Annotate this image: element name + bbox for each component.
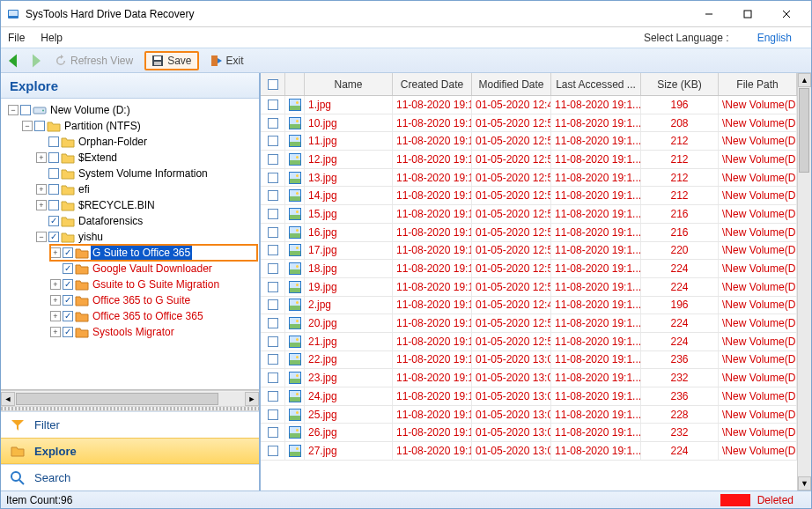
row-checkbox-cell[interactable] xyxy=(261,205,285,223)
expander-icon[interactable]: + xyxy=(50,279,61,290)
tree-node-root[interactable]: − New Volume (D:) xyxy=(8,102,257,118)
tree-node[interactable]: +Gsuite to G Suite Migration xyxy=(50,277,257,292)
checkbox[interactable] xyxy=(268,245,278,255)
grid-body[interactable]: 1.jpg11-08-2020 19:1...01-05-2020 12:4..… xyxy=(261,96,797,491)
checkbox[interactable] xyxy=(63,279,73,290)
sidebar-item-explore[interactable]: Explore xyxy=(1,438,259,464)
close-button[interactable] xyxy=(767,2,806,26)
tree-hscrollbar[interactable]: ◄ ► xyxy=(1,390,259,406)
checkbox[interactable] xyxy=(268,154,278,165)
checkbox[interactable] xyxy=(48,168,59,179)
expander-icon[interactable]: − xyxy=(36,232,47,242)
checkbox[interactable] xyxy=(48,152,59,163)
checkbox[interactable] xyxy=(268,227,278,238)
tree-node[interactable]: +$RECYCLE.BIN xyxy=(36,197,257,213)
scroll-left-icon[interactable]: ◄ xyxy=(1,392,15,406)
column-checkbox[interactable] xyxy=(261,73,285,95)
row-checkbox-cell[interactable] xyxy=(261,442,285,460)
sidebar-item-filter[interactable]: Filter xyxy=(1,411,259,438)
row-checkbox-cell[interactable] xyxy=(261,187,285,204)
table-row[interactable]: 24.jpg11-08-2020 19:1...01-05-2020 13:0.… xyxy=(261,387,797,406)
column-name[interactable]: Name xyxy=(305,73,393,95)
table-row[interactable]: 25.jpg11-08-2020 19:1...01-05-2020 13:0.… xyxy=(261,406,797,424)
checkbox[interactable] xyxy=(63,311,73,321)
row-checkbox-cell[interactable] xyxy=(261,224,285,241)
checkbox[interactable] xyxy=(34,121,45,131)
tree-node[interactable]: Dataforensics xyxy=(36,213,257,229)
table-row[interactable]: 11.jpg11-08-2020 19:1...01-05-2020 12:5.… xyxy=(261,132,797,151)
scroll-up-icon[interactable]: ▲ xyxy=(798,73,811,87)
folder-tree[interactable]: − New Volume (D:) − Partition (NTFS) xyxy=(1,99,259,390)
row-checkbox-cell[interactable] xyxy=(261,424,285,441)
checkbox[interactable] xyxy=(63,327,73,337)
tree-node[interactable]: +$Extend xyxy=(36,150,257,166)
checkbox[interactable] xyxy=(268,391,278,402)
tree-node[interactable]: −yishu xyxy=(36,229,257,245)
language-select[interactable]: English xyxy=(745,32,804,44)
sidebar-item-search[interactable]: Search xyxy=(1,464,259,491)
exit-button[interactable]: Exit xyxy=(204,51,250,70)
nav-back-button[interactable] xyxy=(6,53,22,69)
checkbox[interactable] xyxy=(48,184,59,195)
checkbox[interactable] xyxy=(268,427,278,438)
table-row[interactable]: 10.jpg11-08-2020 19:1...01-05-2020 12:5.… xyxy=(261,114,797,133)
row-checkbox-cell[interactable] xyxy=(261,114,285,132)
checkbox[interactable] xyxy=(268,318,278,328)
checkbox[interactable] xyxy=(48,216,59,226)
table-row[interactable]: 22.jpg11-08-2020 19:1...01-05-2020 13:0.… xyxy=(261,351,797,370)
tree-node[interactable]: +Office 365 to G Suite xyxy=(50,292,257,308)
checkbox[interactable] xyxy=(268,100,278,110)
checkbox[interactable] xyxy=(48,200,59,210)
tree-node-selected[interactable]: +G Suite to Office 365 xyxy=(50,245,257,261)
column-path[interactable]: File Path xyxy=(719,73,797,95)
row-checkbox-cell[interactable] xyxy=(261,369,285,387)
expander-icon[interactable]: + xyxy=(50,247,61,258)
checkbox[interactable] xyxy=(268,373,278,383)
table-row[interactable]: 13.jpg11-08-2020 19:1...01-05-2020 12:5.… xyxy=(261,169,797,188)
checkbox[interactable] xyxy=(268,299,278,310)
column-size[interactable]: Size (KB) xyxy=(641,73,719,95)
column-modified[interactable]: Modified Date xyxy=(472,73,551,95)
scroll-down-icon[interactable]: ▼ xyxy=(798,476,811,491)
tree-node[interactable]: Orphan-Folder xyxy=(36,134,257,150)
table-row[interactable]: 26.jpg11-08-2020 19:1...01-05-2020 13:0.… xyxy=(261,424,797,442)
row-checkbox-cell[interactable] xyxy=(261,278,285,296)
checkbox[interactable] xyxy=(268,209,278,219)
maximize-button[interactable] xyxy=(728,2,767,26)
row-checkbox-cell[interactable] xyxy=(261,96,285,114)
table-row[interactable]: 19.jpg11-08-2020 19:1...01-05-2020 12:5.… xyxy=(261,278,797,297)
tree-node-partition[interactable]: − Partition (NTFS) xyxy=(22,118,257,134)
checkbox[interactable] xyxy=(268,446,278,456)
checkbox[interactable] xyxy=(63,263,73,274)
row-checkbox-cell[interactable] xyxy=(261,297,285,314)
table-row[interactable]: 17.jpg11-08-2020 19:1...01-05-2020 12:5.… xyxy=(261,242,797,261)
table-row[interactable]: 12.jpg11-08-2020 19:1...01-05-2020 12:5.… xyxy=(261,151,797,169)
tree-node[interactable]: +Systools Migrator xyxy=(50,324,257,340)
tree-node[interactable]: Google Vault Downloader xyxy=(50,261,257,277)
table-row[interactable]: 16.jpg11-08-2020 19:1...01-05-2020 12:5.… xyxy=(261,224,797,242)
table-row[interactable]: 2.jpg11-08-2020 19:1...01-05-2020 12:4..… xyxy=(261,297,797,315)
table-row[interactable]: 15.jpg11-08-2020 19:1...01-05-2020 12:5.… xyxy=(261,205,797,224)
table-row[interactable]: 27.jpg11-08-2020 19:1...01-05-2020 13:0.… xyxy=(261,442,797,461)
checkbox[interactable] xyxy=(48,136,59,147)
checkbox[interactable] xyxy=(268,173,278,183)
expander-icon[interactable]: + xyxy=(50,295,61,306)
row-checkbox-cell[interactable] xyxy=(261,333,285,350)
checkbox[interactable] xyxy=(268,282,278,292)
save-button[interactable]: Save xyxy=(144,51,198,70)
nav-forward-button[interactable] xyxy=(27,53,43,69)
checkbox[interactable] xyxy=(268,263,278,274)
refresh-button[interactable]: Refresh View xyxy=(48,51,139,70)
expander-icon[interactable]: − xyxy=(8,105,18,115)
row-checkbox-cell[interactable] xyxy=(261,351,285,369)
tree-node[interactable]: +Office 365 to Office 365 xyxy=(50,308,257,324)
expander-icon[interactable]: + xyxy=(50,327,61,337)
menu-help[interactable]: Help xyxy=(41,32,63,44)
checkbox[interactable] xyxy=(268,354,278,365)
checkbox[interactable] xyxy=(63,247,73,258)
checkbox[interactable] xyxy=(268,190,278,201)
tree-node[interactable]: +efi xyxy=(36,181,257,197)
row-checkbox-cell[interactable] xyxy=(261,260,285,277)
table-row[interactable]: 20.jpg11-08-2020 19:1...01-05-2020 12:5.… xyxy=(261,314,797,333)
expander-icon[interactable]: − xyxy=(22,121,33,131)
